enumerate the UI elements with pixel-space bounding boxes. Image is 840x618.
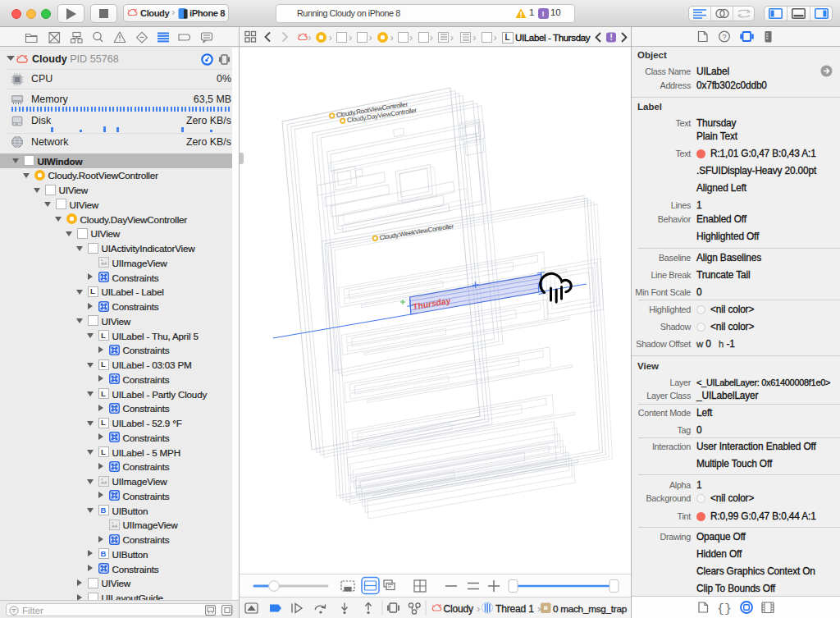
svg-text:Cloudy.WeekViewController: Cloudy.WeekViewController	[379, 222, 454, 241]
svg-text:{}: {}	[717, 602, 732, 616]
svg-text:?: ?	[722, 33, 726, 41]
